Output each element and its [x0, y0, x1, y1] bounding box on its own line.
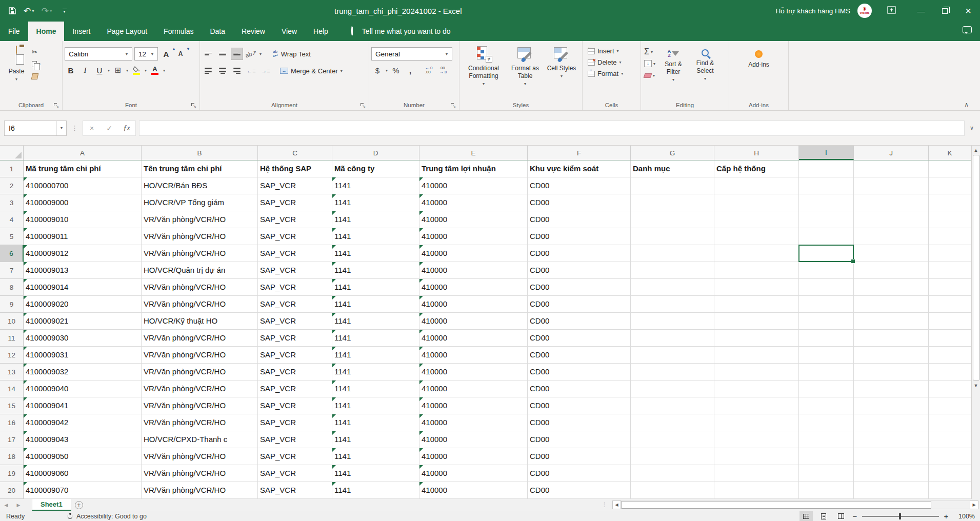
clipboard-dialog-launcher[interactable] — [53, 102, 59, 108]
cell-A5[interactable]: 4100009011 — [24, 228, 142, 245]
column-header-C[interactable]: C — [258, 146, 332, 160]
cell-G19[interactable] — [631, 465, 714, 482]
cell-D17[interactable]: 1141 — [332, 431, 419, 448]
bold-button[interactable]: B — [65, 64, 77, 76]
row-header-11[interactable]: 11 — [0, 330, 24, 347]
increase-decimal-button[interactable]: ←.0.00 — [423, 64, 435, 76]
cell-G5[interactable] — [631, 228, 714, 245]
underline-button[interactable]: U — [93, 64, 106, 76]
cell-K12[interactable] — [929, 347, 971, 364]
cell-C10[interactable]: SAP_VCR — [258, 313, 332, 330]
cell-K1[interactable] — [929, 161, 971, 177]
sheet-tab-sheet1[interactable]: Sheet1 — [32, 499, 71, 511]
cell-C20[interactable]: SAP_VCR — [258, 482, 332, 499]
cell-K17[interactable] — [929, 431, 971, 448]
tab-data[interactable]: Data — [202, 22, 233, 41]
orientation-caret-icon[interactable]: ▾ — [259, 52, 262, 56]
cell-B16[interactable]: VR/Văn phòng/VCR/HO — [142, 414, 258, 431]
cell-I17[interactable] — [799, 431, 854, 448]
cell-D19[interactable]: 1141 — [332, 465, 419, 482]
cell-J8[interactable] — [854, 279, 929, 296]
undo-button[interactable]: ↶ ▾ — [24, 6, 34, 16]
cell-G6[interactable] — [631, 245, 714, 262]
column-header-H[interactable]: H — [714, 146, 799, 160]
cell-K15[interactable] — [929, 397, 971, 414]
cell-I3[interactable] — [799, 194, 854, 211]
cell-D3[interactable]: 1141 — [332, 194, 419, 211]
merge-center-caret-icon[interactable]: ▾ — [341, 69, 343, 73]
number-format-combobox[interactable]: General▼ — [371, 47, 452, 61]
cell-H8[interactable] — [714, 279, 799, 296]
cell-D16[interactable]: 1141 — [332, 414, 419, 431]
cell-K14[interactable] — [929, 380, 971, 397]
insert-cells-button[interactable]: Insert▾ — [588, 47, 623, 55]
cell-F13[interactable]: CD00 — [528, 364, 631, 380]
cell-A10[interactable]: 4100009021 — [24, 313, 142, 330]
sort-filter-button[interactable]: AZ Sort & Filter ▾ — [657, 46, 689, 84]
underline-caret-icon[interactable]: ▾ — [108, 68, 110, 73]
formula-bar-resize-handle[interactable]: ⋮ — [70, 124, 79, 132]
cell-J19[interactable] — [854, 465, 929, 482]
insert-function-button[interactable]: ƒx — [118, 124, 135, 132]
cut-button[interactable]: ✂ — [32, 47, 41, 56]
previous-sheet-icon[interactable]: ◀ — [0, 499, 12, 511]
center-button[interactable] — [216, 65, 229, 77]
cell-E9[interactable]: 410000 — [419, 296, 528, 313]
row-header-6[interactable]: 6 — [0, 245, 24, 262]
formula-input[interactable] — [139, 121, 965, 136]
cell-H15[interactable] — [714, 397, 799, 414]
enter-button[interactable]: ✓ — [101, 124, 118, 132]
cell-A8[interactable]: 4100009014 — [24, 279, 142, 296]
cell-G4[interactable] — [631, 211, 714, 228]
cell-B12[interactable]: VR/Văn phòng/VCR/HO — [142, 347, 258, 364]
row-header-8[interactable]: 8 — [0, 279, 24, 296]
cell-A20[interactable]: 4100009070 — [24, 482, 142, 499]
decrease-decimal-button[interactable]: .00→.0 — [437, 64, 449, 76]
borders-caret-icon[interactable]: ▾ — [126, 68, 128, 73]
cell-E18[interactable]: 410000 — [419, 448, 528, 465]
cell-A9[interactable]: 4100009020 — [24, 296, 142, 313]
account-avatar[interactable]: ✳ VinHMS — [857, 4, 872, 18]
tab-view[interactable]: View — [273, 22, 305, 41]
cell-K20[interactable] — [929, 482, 971, 499]
cell-G9[interactable] — [631, 296, 714, 313]
font-size-caret-icon[interactable]: ▼ — [147, 52, 157, 56]
cell-C4[interactable]: SAP_VCR — [258, 211, 332, 228]
delete-cells-button[interactable]: Delete▾ — [588, 58, 623, 66]
cell-E5[interactable]: 410000 — [419, 228, 528, 245]
cell-G13[interactable] — [631, 364, 714, 380]
middle-align-button[interactable] — [216, 48, 229, 60]
minimize-button[interactable]: — — [909, 0, 933, 22]
cell-F3[interactable]: CD00 — [528, 194, 631, 211]
cell-J10[interactable] — [854, 313, 929, 330]
cell-E14[interactable]: 410000 — [419, 380, 528, 397]
redo-caret-icon[interactable]: ▾ — [50, 8, 52, 13]
horizontal-scrollbar-thumb[interactable] — [621, 501, 931, 509]
cell-J5[interactable] — [854, 228, 929, 245]
copy-button[interactable]: ▾ — [32, 59, 41, 69]
cell-H10[interactable] — [714, 313, 799, 330]
cell-B18[interactable]: VR/Văn phòng/VCR/HO — [142, 448, 258, 465]
cell-H4[interactable] — [714, 211, 799, 228]
customize-quick-access-button[interactable]: ▾ — [63, 9, 67, 13]
number-dialog-launcher[interactable] — [450, 102, 456, 108]
cell-A11[interactable]: 4100009030 — [24, 330, 142, 347]
normal-view-button[interactable] — [799, 511, 813, 521]
cell-B9[interactable]: VR/Văn phòng/VCR/HO — [142, 296, 258, 313]
tab-formulas[interactable]: Formulas — [155, 22, 202, 41]
cell-E19[interactable]: 410000 — [419, 465, 528, 482]
vertical-scrollbar[interactable]: ▲ ▼ — [971, 146, 980, 499]
column-header-J[interactable]: J — [854, 146, 929, 160]
cell-F11[interactable]: CD00 — [528, 330, 631, 347]
column-header-B[interactable]: B — [142, 146, 258, 160]
cell-H9[interactable] — [714, 296, 799, 313]
row-header-16[interactable]: 16 — [0, 414, 24, 431]
row-header-19[interactable]: 19 — [0, 465, 24, 482]
cell-D20[interactable]: 1141 — [332, 482, 419, 499]
cell-E11[interactable]: 410000 — [419, 330, 528, 347]
cell-B6[interactable]: VR/Văn phòng/VCR/HO — [142, 245, 258, 262]
cell-H2[interactable] — [714, 177, 799, 194]
cell-J4[interactable] — [854, 211, 929, 228]
cell-D10[interactable]: 1141 — [332, 313, 419, 330]
cell-G12[interactable] — [631, 347, 714, 364]
